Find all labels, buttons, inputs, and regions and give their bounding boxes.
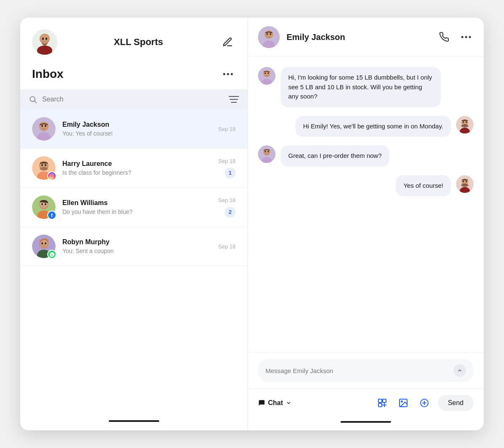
svg-point-56 bbox=[268, 72, 269, 74]
robyn-meta: Sep 18 bbox=[218, 243, 236, 250]
chat-header-avatar bbox=[258, 26, 280, 48]
conversation-item-emily[interactable]: Emily Jackson You: Yes of course! Sep 18 bbox=[20, 109, 247, 149]
chat-contact-name: Emily Jackson bbox=[287, 32, 430, 42]
svg-point-46 bbox=[266, 33, 268, 35]
right-panel: Emily Jackson bbox=[248, 18, 484, 430]
robyn-time: Sep 18 bbox=[218, 243, 236, 250]
svg-point-25 bbox=[45, 164, 46, 166]
robyn-name: Robyn Murphy bbox=[62, 238, 212, 246]
msg-agent-avatar-2 bbox=[456, 116, 474, 133]
message-row-3: Great, can I pre-order them now? bbox=[258, 145, 474, 167]
chat-toolbar: Chat bbox=[248, 389, 484, 417]
svg-point-75 bbox=[466, 181, 467, 182]
ellen-unread-badge: 2 bbox=[225, 207, 236, 218]
svg-point-19 bbox=[45, 125, 46, 127]
emily-avatar-wrap bbox=[32, 117, 56, 141]
left-panel: XLL Sports Inbox bbox=[20, 18, 248, 430]
svg-point-41 bbox=[45, 243, 46, 245]
message-input[interactable] bbox=[265, 367, 453, 374]
svg-point-4 bbox=[42, 37, 44, 40]
harry-instagram-badge bbox=[47, 171, 56, 181]
message-input-area bbox=[248, 352, 484, 389]
message-input-row bbox=[258, 359, 474, 382]
search-input[interactable] bbox=[42, 96, 224, 103]
chat-mode-button[interactable]: Chat bbox=[258, 399, 292, 407]
svg-point-81 bbox=[401, 401, 402, 402]
expand-input-button[interactable] bbox=[453, 364, 466, 377]
message-row-1: Hi, I'm looking for some 15 LB dumbbells… bbox=[258, 67, 474, 107]
inbox-title: Inbox bbox=[32, 67, 64, 81]
more-options-button[interactable] bbox=[458, 33, 474, 41]
chat-header: Emily Jackson bbox=[248, 18, 484, 57]
svg-point-29 bbox=[53, 175, 54, 176]
ellen-name: Ellen Williams bbox=[62, 199, 212, 207]
emily-name: Emily Jackson bbox=[62, 121, 212, 128]
toolbar-right: Send bbox=[375, 395, 474, 411]
chat-header-info: Emily Jackson bbox=[287, 32, 430, 42]
message-text-4: Yes of course! bbox=[403, 182, 443, 189]
msg-agent-avatar-4 bbox=[456, 175, 474, 193]
svg-point-48 bbox=[461, 36, 464, 38]
conversation-item-harry[interactable]: Harry Laurence Is the class for beginner… bbox=[20, 149, 247, 188]
svg-point-24 bbox=[41, 164, 43, 166]
message-row-4: Yes of course! bbox=[258, 175, 474, 197]
emily-preview: You: Yes of course! bbox=[62, 130, 212, 137]
phone-button[interactable] bbox=[437, 29, 452, 45]
emily-info: Emily Jackson You: Yes of course! bbox=[62, 121, 212, 137]
conversation-list: Emily Jackson You: Yes of course! Sep 18 bbox=[20, 109, 247, 415]
svg-point-63 bbox=[461, 124, 469, 127]
conversation-item-ellen[interactable]: f Ellen Williams Do you have them in blu… bbox=[20, 188, 247, 227]
ellen-meta: Sep 18 2 bbox=[218, 197, 236, 218]
templates-button[interactable] bbox=[375, 395, 390, 411]
app-container: XLL Sports Inbox bbox=[20, 18, 484, 430]
add-attachment-button[interactable] bbox=[417, 395, 432, 411]
app-logo-avatar bbox=[32, 29, 57, 55]
chat-mode-label: Chat bbox=[268, 399, 283, 407]
ellen-preview: Do you have them in blue? bbox=[62, 208, 212, 215]
svg-point-68 bbox=[265, 151, 266, 152]
message-bubble-4: Yes of course! bbox=[396, 175, 451, 197]
svg-rect-78 bbox=[383, 399, 386, 403]
harry-time: Sep 18 bbox=[218, 158, 236, 164]
harry-preview: Is the class for beginners? bbox=[62, 169, 212, 176]
inbox-more-button[interactable] bbox=[220, 70, 236, 78]
message-bubble-1: Hi, I'm looking for some 15 LB dumbbells… bbox=[281, 67, 441, 107]
robyn-preview: You: Sent a coupon bbox=[62, 248, 212, 254]
robyn-avatar-wrap bbox=[32, 235, 56, 258]
harry-name: Harry Laurence bbox=[62, 160, 212, 168]
conversation-item-robyn[interactable]: Robyn Murphy You: Sent a coupon Sep 18 bbox=[20, 227, 247, 266]
svg-point-7 bbox=[227, 73, 229, 75]
ellen-info: Ellen Williams Do you have them in blue? bbox=[62, 199, 212, 215]
send-button[interactable]: Send bbox=[438, 395, 474, 411]
emily-time: Sep 18 bbox=[218, 126, 236, 132]
svg-point-55 bbox=[265, 72, 266, 74]
inbox-header: Inbox bbox=[20, 63, 247, 89]
emily-meta: Sep 18 bbox=[218, 126, 236, 132]
svg-rect-27 bbox=[50, 174, 54, 178]
message-row-2: Hi Emily! Yes, we'll be getting some in … bbox=[258, 116, 474, 137]
left-home-indicator bbox=[109, 420, 159, 422]
svg-point-74 bbox=[463, 181, 464, 182]
filter-icon[interactable] bbox=[229, 95, 239, 104]
harry-info: Harry Laurence Is the class for beginner… bbox=[62, 160, 212, 176]
svg-line-10 bbox=[35, 101, 37, 103]
right-home-indicator bbox=[340, 421, 391, 423]
svg-point-50 bbox=[469, 36, 471, 38]
harry-meta: Sep 18 1 bbox=[218, 158, 236, 179]
chat-bubble-icon bbox=[258, 399, 265, 407]
message-bubble-3: Great, can I pre-order them now? bbox=[281, 145, 389, 167]
svg-point-47 bbox=[270, 33, 271, 35]
svg-rect-77 bbox=[378, 399, 382, 403]
svg-point-76 bbox=[461, 184, 469, 187]
svg-point-34 bbox=[41, 203, 43, 205]
svg-point-69 bbox=[268, 151, 269, 152]
image-button[interactable] bbox=[396, 395, 411, 411]
message-text-2: Hi Emily! Yes, we'll be getting some in … bbox=[303, 123, 443, 130]
ellen-time: Sep 18 bbox=[218, 197, 236, 203]
svg-point-18 bbox=[41, 125, 43, 127]
search-bar bbox=[20, 89, 247, 109]
emily-avatar bbox=[32, 117, 56, 141]
ellen-avatar-wrap: f bbox=[32, 195, 56, 219]
compose-button[interactable] bbox=[220, 34, 236, 50]
robyn-info: Robyn Murphy You: Sent a coupon bbox=[62, 238, 212, 254]
